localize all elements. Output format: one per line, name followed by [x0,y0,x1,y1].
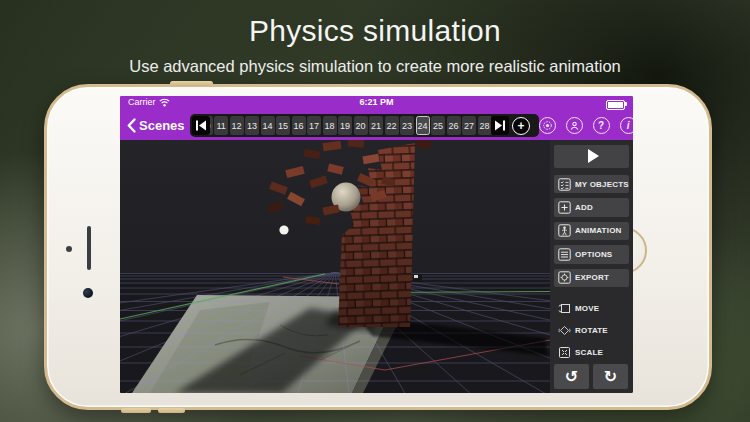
app-store-screenshot: Physics simulation Use advanced physics … [0,0,750,422]
camera-object [413,274,422,282]
timeline-frame-13[interactable]: 13 [245,116,259,135]
add-frame-button[interactable]: + [512,117,530,135]
play-button[interactable] [554,145,629,168]
move-label: MOVE [575,304,599,313]
earpiece-speaker [87,226,91,270]
tool-sidebar: MY OBJECTS ADD ANIMATION [550,140,633,393]
rotate-label: ROTATE [575,326,608,335]
options-button[interactable]: OPTIONS [554,245,629,263]
app-screen: Carrier 6:21 PM Scenes [120,96,633,393]
timeline-frame-20[interactable]: 20 [354,116,368,135]
export-button[interactable]: EXPORT [554,269,629,287]
history-buttons: ↺ ↻ [554,364,629,389]
move-tool[interactable]: MOVE [554,298,629,318]
sensor-dot [66,246,72,252]
options-icon [558,248,571,261]
volume-button-1 [121,408,151,413]
volume-button-2 [158,408,185,413]
clock: 6:21 PM [120,97,633,107]
timeline-frame-16[interactable]: 16 [292,116,306,135]
timeline-frame-25[interactable]: 25 [431,116,445,135]
iphone-frame: Carrier 6:21 PM Scenes [44,84,712,410]
viewport-canvas [120,140,550,393]
timeline-frame-23[interactable]: 23 [400,116,414,135]
battery-icon [606,100,625,110]
add-button[interactable]: ADD [554,198,629,216]
options-label: OPTIONS [575,250,612,259]
toolbar-right-icons: ? i [539,117,633,134]
power-button [170,81,213,86]
add-icon [558,201,571,214]
my-objects-icon [558,178,571,191]
viewport-3d[interactable] [120,140,550,393]
animation-button[interactable]: ANIMATION [554,222,629,240]
plus-icon: + [518,119,525,133]
rotate-icon [558,324,571,337]
timeline-frame-27[interactable]: 27 [462,116,476,135]
move-icon [558,302,571,315]
my-objects-label: MY OBJECTS [575,180,629,189]
editor-content: MY OBJECTS ADD ANIMATION [120,140,633,393]
scale-icon [558,346,571,359]
timeline-frame-24[interactable]: 24 [416,116,430,135]
timeline-strip: 10111213141516171819202122232425262728 + [190,114,539,137]
timeline-frame-26[interactable]: 26 [447,116,461,135]
back-to-scenes-button[interactable]: Scenes [120,118,190,133]
timeline-frame-14[interactable]: 14 [261,116,275,135]
skip-to-end-button[interactable] [491,116,509,135]
status-bar: Carrier 6:21 PM [120,96,633,111]
info-icon[interactable]: i [620,117,633,134]
scale-tool[interactable]: SCALE [554,342,629,362]
timeline-frame-18[interactable]: 18 [323,116,337,135]
timeline-frame-15[interactable]: 15 [276,116,290,135]
transform-tools: MOVE ROTATE SCALE [554,298,629,364]
skip-start-icon [195,120,207,131]
timeline-frame-12[interactable]: 12 [230,116,244,135]
animation-label: ANIMATION [575,226,622,235]
timeline-frame-11[interactable]: 11 [214,116,228,135]
timeline-frame-22[interactable]: 22 [385,116,399,135]
skip-end-icon [494,120,506,131]
top-toolbar: Scenes 101112131415161718192021222324252… [120,111,633,140]
caption-title: Physics simulation [0,14,750,48]
help-icon[interactable]: ? [593,117,610,134]
scale-label: SCALE [575,348,603,357]
export-icon [558,271,571,284]
timeline-frame-21[interactable]: 21 [369,116,383,135]
back-label: Scenes [139,118,185,133]
undo-button[interactable]: ↺ [554,364,589,389]
timeline-frame-28[interactable]: 28 [478,116,492,135]
redo-icon: ↻ [604,367,617,386]
white-ball [279,225,288,234]
redo-button[interactable]: ↻ [593,364,628,389]
skip-to-start-button[interactable] [192,116,210,135]
chevron-left-icon [127,118,136,133]
undo-icon: ↺ [565,367,578,386]
my-objects-button[interactable]: MY OBJECTS [554,175,629,193]
account-icon[interactable] [566,117,583,134]
export-label: EXPORT [575,273,609,282]
front-camera [83,288,93,298]
rotate-tool[interactable]: ROTATE [554,320,629,340]
timeline-frames: 10111213141516171819202122232425262728 [210,116,494,135]
record-icon[interactable] [539,117,556,134]
add-label: ADD [575,203,593,212]
timeline-frame-17[interactable]: 17 [307,116,321,135]
play-icon [588,149,599,163]
animation-icon [558,224,571,237]
timeline-frame-19[interactable]: 19 [338,116,352,135]
